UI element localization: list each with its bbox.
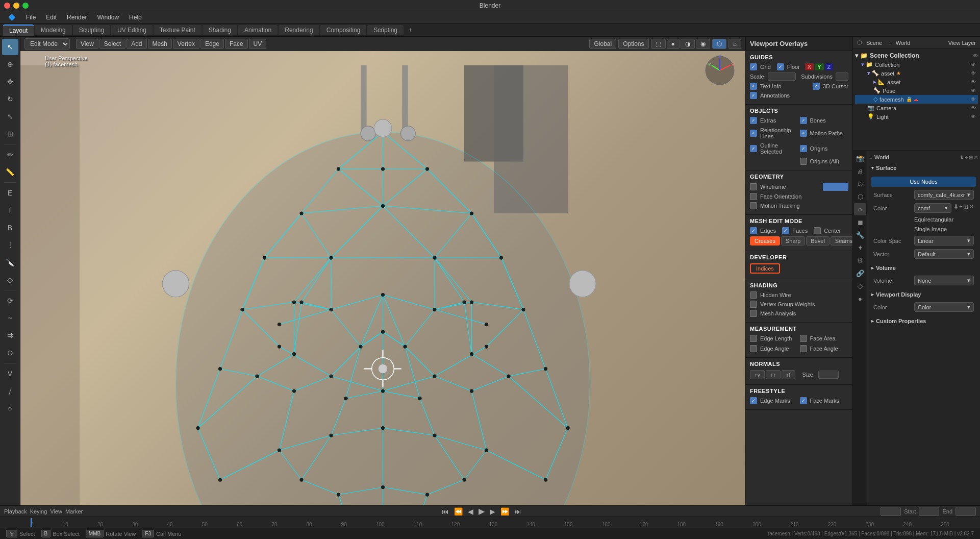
world-new-icon[interactable]: + [965,155,968,160]
smooth-vertex-button[interactable]: ~ [2,310,18,326]
face-button[interactable]: Face [225,39,248,49]
eye-collection[interactable]: 👁 [971,62,976,67]
knife-button[interactable]: 🔪 [2,254,18,271]
tab-texture-paint[interactable]: Texture Paint [154,25,202,35]
light-item[interactable]: 💡 Light 👁 [855,112,978,121]
custom-props-header[interactable]: ▸ Custom Properties [869,316,978,326]
render-shading-btn[interactable]: ◉ [696,39,710,49]
scale-tool-button[interactable]: ⤡ [2,108,18,125]
volume-dropdown[interactable]: None ▾ [914,276,974,285]
move-tool-button[interactable]: ✥ [2,74,18,90]
data-props-icon[interactable]: ◇ [854,280,866,292]
jump-end-btn[interactable]: ⏭ [513,507,523,516]
wireframe-checkbox[interactable] [750,183,757,190]
pose-item[interactable]: 🦴 Pose 👁 [855,86,978,95]
edge-marks-checkbox[interactable] [750,397,757,404]
world-unlink-icon[interactable]: ✕ [974,155,978,160]
use-nodes-button[interactable]: Use Nodes [871,177,976,187]
cursor-3d-checkbox[interactable] [813,83,820,90]
solid-shading-btn[interactable]: ● [667,39,680,49]
face-normals-btn[interactable]: ↑f [782,370,795,379]
loop-cut-button[interactable]: ⋮ [2,237,18,253]
viewport-color-dropdown[interactable]: Color ▾ [914,302,974,312]
world-props-icon active[interactable]: ○ [854,203,866,215]
eye-icon-collection[interactable]: 👁 [973,53,978,59]
viewport[interactable]: Edit Mode View Select Add Mesh Vertex Ed… [20,37,745,505]
edge-length-checkbox[interactable] [750,335,757,342]
viewport-display-header[interactable]: ▸ Viewport Display [869,290,978,299]
maximize-button[interactable] [22,3,29,9]
rotate-tool-button[interactable]: ↻ [2,91,18,107]
vertex-button[interactable]: Vertex [173,39,199,49]
poly-build-button[interactable]: ◇ [2,272,18,288]
vertex-group-weights-checkbox[interactable] [750,301,757,308]
play-btn[interactable]: ▶ [477,506,486,516]
menu-edit[interactable]: Edit [42,13,61,22]
tab-sculpting[interactable]: Sculpting [73,25,110,35]
axis-widget[interactable]: X Y Z [705,55,735,86]
menu-render[interactable]: Render [63,13,91,22]
collection-item[interactable]: ▾ 📁 Collection 👁 [855,60,978,69]
face-area-checkbox[interactable] [800,335,807,342]
playback-label[interactable]: Playback [4,508,27,514]
tab-scripting[interactable]: Scripting [367,25,404,35]
wireframe-value[interactable]: 1.000 [823,183,848,191]
axis-x-btn[interactable]: X [805,63,814,70]
text-info-checkbox[interactable] [750,83,757,90]
normals-size-input[interactable]: 0.10 [818,371,839,379]
color-value-dropdown[interactable]: comf ▾ [914,203,951,213]
tab-shading[interactable]: Shading [203,25,237,35]
face-angle-checkbox[interactable] [800,345,807,352]
edge-angle-checkbox[interactable] [750,345,757,352]
add-button[interactable]: Add [127,39,146,49]
outline-selected-checkbox[interactable] [750,145,757,152]
sharp-tab[interactable]: Sharp [781,236,805,246]
tab-uv-editing[interactable]: UV Editing [111,25,153,35]
color-unlink-btn[interactable]: ✕ [969,203,974,213]
asset-item[interactable]: ▾ 🦴 asset ★ 👁 [855,69,978,78]
inset-button[interactable]: I [2,202,18,218]
prev-keyframe-btn[interactable]: ⏪ [453,507,464,516]
eye-camera[interactable]: 👁 [971,105,976,111]
bones-checkbox[interactable] [800,117,807,124]
cursor-tool-button[interactable]: ⊕ [2,56,18,72]
world-label[interactable]: World [896,40,911,46]
edge-button[interactable]: Edge [200,39,224,49]
end-frame-input[interactable]: 250 [956,507,976,516]
mesh-analysis-checkbox[interactable] [750,310,757,317]
bevel-button[interactable]: B [2,219,18,236]
options-button[interactable]: Options [618,39,648,49]
creases-tab[interactable]: Creases [750,236,780,246]
camera-item[interactable]: 📷 Camera 👁 [855,104,978,112]
color-browse-btn[interactable]: ⬇ [953,203,959,213]
uv-button[interactable]: UV [249,39,267,49]
keying-label[interactable]: Keying [30,508,47,514]
center-checkbox[interactable] [814,227,821,234]
annotations-checkbox[interactable] [750,92,757,99]
eye-asset[interactable]: 👁 [971,70,976,76]
world-name-field[interactable]: World [874,154,960,160]
vertex-normals-btn[interactable]: ↑v [750,370,765,379]
menu-file[interactable]: File [22,13,40,22]
facemesh-item[interactable]: ◇ facemesh 🔒 ☁ 👁 [855,95,978,104]
view-button[interactable]: View [76,39,98,49]
volume-section-header[interactable]: ▸ Volume [869,263,978,273]
material-props-icon[interactable]: ● [854,292,866,305]
close-button[interactable] [4,3,10,9]
surface-type-dropdown[interactable]: comfy_cafe_4k.exr ▾ [914,190,974,200]
material-shading-btn[interactable]: ◑ [681,39,695,49]
motion-paths-checkbox[interactable] [800,130,807,137]
floor-checkbox[interactable] [777,63,784,70]
annotate-tool-button[interactable]: ✏ [2,146,18,163]
scene-props-icon[interactable]: ⬡ [854,190,866,203]
overlays-btn[interactable]: ⬡ [712,39,726,49]
constraints-props-icon[interactable]: 🔗 [854,267,866,279]
global-select[interactable]: Global [589,39,616,49]
jump-start-btn[interactable]: ⏮ [440,507,450,516]
object-props-icon[interactable]: ◼ [854,216,866,228]
asset-sub-item[interactable]: ▸ 📐 asset 👁 [855,78,978,86]
grid-checkbox[interactable] [750,63,757,70]
eye-light[interactable]: 👁 [971,114,976,119]
indices-button[interactable]: Indices [750,263,780,274]
next-frame-btn[interactable]: ▶ [488,507,497,516]
